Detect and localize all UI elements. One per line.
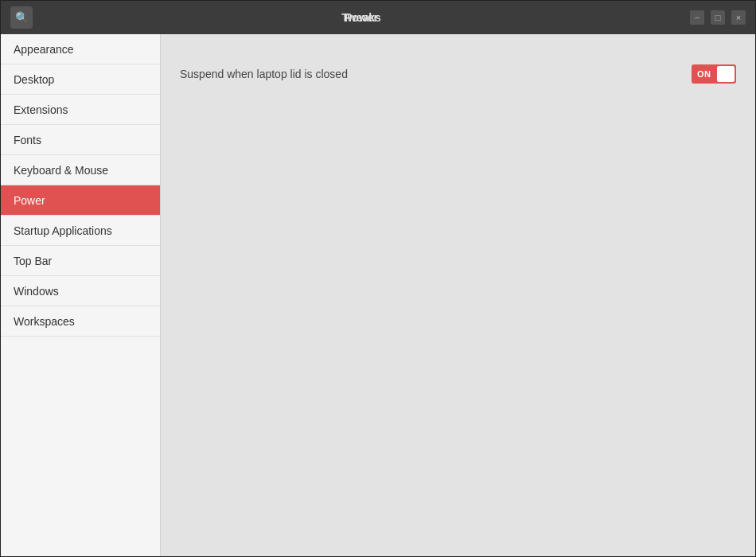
titlebar: 🔍 Tweaks Power − □ × <box>1 1 755 34</box>
sidebar-item-extensions[interactable]: Extensions <box>1 95 160 125</box>
main-panel: Suspend when laptop lid is closed ON <box>161 34 755 556</box>
content-area: AppearanceDesktopExtensionsFontsKeyboard… <box>1 34 755 556</box>
sidebar: AppearanceDesktopExtensionsFontsKeyboard… <box>1 34 161 556</box>
maximize-button[interactable]: □ <box>711 10 725 25</box>
sidebar-item-startup-applications[interactable]: Startup Applications <box>1 216 160 246</box>
toggle-knob <box>717 66 735 82</box>
suspend-lid-label: Suspend when laptop lid is closed <box>180 68 348 80</box>
app-title: Tweaks Power <box>33 11 690 24</box>
page-title: Power <box>345 11 378 24</box>
setting-row-suspend: Suspend when laptop lid is closed ON <box>180 58 736 90</box>
minimize-button[interactable]: − <box>690 10 704 25</box>
sidebar-item-top-bar[interactable]: Top Bar <box>1 246 160 276</box>
toggle-track: ON <box>692 64 736 84</box>
close-button[interactable]: × <box>731 10 746 25</box>
sidebar-item-windows[interactable]: Windows <box>1 276 160 306</box>
app-window: 🔍 Tweaks Power − □ × AppearanceDesktopEx… <box>0 0 756 557</box>
suspend-lid-toggle[interactable]: ON <box>692 64 736 84</box>
window-controls: − □ × <box>690 10 746 25</box>
sidebar-item-fonts[interactable]: Fonts <box>1 125 160 155</box>
toggle-on-label: ON <box>692 69 711 79</box>
search-icon: 🔍 <box>15 11 29 24</box>
sidebar-item-power[interactable]: Power <box>1 185 160 216</box>
sidebar-item-desktop[interactable]: Desktop <box>1 64 160 95</box>
search-button[interactable]: 🔍 <box>10 6 33 29</box>
sidebar-item-workspaces[interactable]: Workspaces <box>1 306 160 337</box>
sidebar-item-appearance[interactable]: Appearance <box>1 34 160 64</box>
sidebar-item-keyboard-mouse[interactable]: Keyboard & Mouse <box>1 155 160 185</box>
